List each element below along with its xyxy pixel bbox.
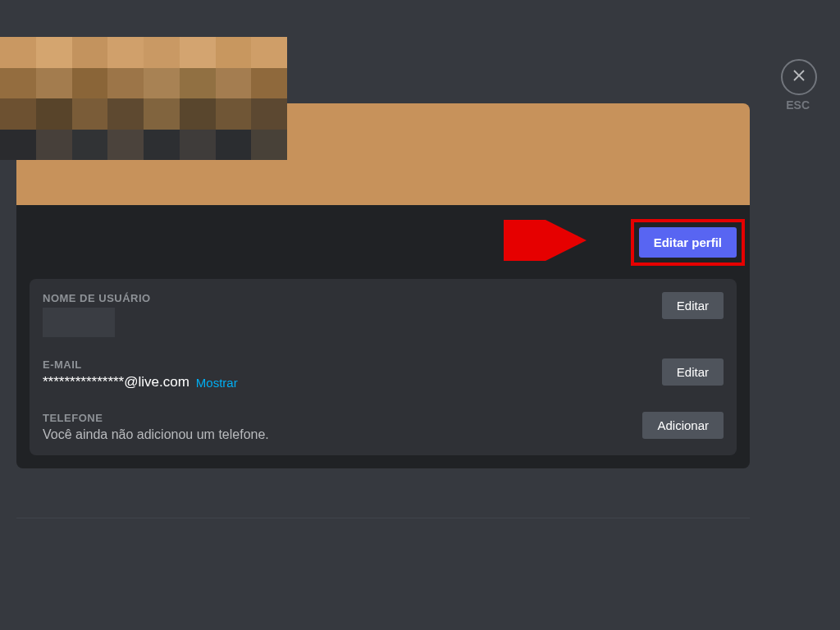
- avatar-pixelated: [16, 103, 287, 160]
- section-divider: [16, 518, 750, 518]
- username-row: NOME DE USUÁRIO Editar: [43, 292, 724, 337]
- edit-username-button[interactable]: Editar: [662, 292, 724, 319]
- email-label: E-MAIL: [43, 358, 662, 371]
- profile-row: Editar perfil: [16, 205, 750, 279]
- email-row: E-MAIL ***************@live.com Mostrar …: [43, 358, 724, 390]
- arrow-annotation: [504, 220, 594, 264]
- phone-value: Você ainda não adicionou um telefone.: [43, 427, 642, 442]
- settings-container: ESC Minha conta: [0, 0, 840, 535]
- close-button[interactable]: [781, 59, 817, 95]
- phone-label: TELEFONE: [43, 412, 642, 424]
- fields-section: NOME DE USUÁRIO Editar E-MAIL **********…: [30, 279, 737, 455]
- username-value-hidden: [43, 308, 115, 337]
- phone-row: TELEFONE Você ainda não adicionou um tel…: [43, 412, 724, 442]
- add-phone-button[interactable]: Adicionar: [642, 412, 724, 439]
- account-card: Editar perfil NOME DE USUÁRIO Editar E-M…: [16, 103, 750, 468]
- email-value: ***************@live.com: [43, 374, 189, 390]
- username-label: NOME DE USUÁRIO: [43, 292, 662, 304]
- close-label: ESC: [786, 98, 810, 112]
- edit-email-button[interactable]: Editar: [662, 358, 724, 386]
- edit-profile-button[interactable]: Editar perfil: [639, 227, 737, 258]
- edit-profile-wrapper: Editar perfil: [639, 227, 737, 258]
- close-icon: [791, 67, 807, 87]
- show-email-link[interactable]: Mostrar: [196, 376, 238, 390]
